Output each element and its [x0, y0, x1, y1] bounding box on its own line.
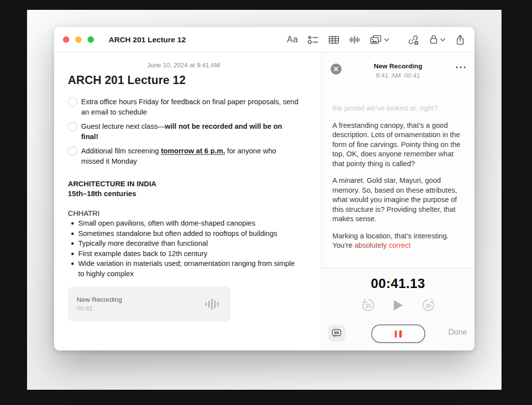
skip-forward-30-icon: 30	[421, 298, 436, 313]
pause-icon	[399, 330, 402, 338]
list-item: Small open pavilions, often with dome-sh…	[68, 218, 298, 229]
transcript-paragraph: A minaret. Gold star, Mayuri, good memor…	[332, 176, 465, 224]
share-icon	[455, 34, 466, 46]
media-button[interactable]	[369, 34, 389, 45]
recording-header: New Recording 9:41 AM 00:41	[322, 53, 474, 95]
zoom-window-button[interactable]	[88, 36, 94, 43]
checklist-item-text: Extra office hours Friday for feedback o…	[81, 97, 299, 117]
checkbox-circle[interactable]	[68, 97, 77, 107]
toolbar: Aa	[287, 34, 466, 46]
text-segment: the period we’ve looked at, right?	[332, 104, 438, 112]
skip-back-15-button[interactable]: 15	[361, 298, 376, 315]
window-title: ARCH 201 Lecture 12	[109, 35, 186, 44]
chevron-down-icon	[440, 38, 445, 42]
checklist-item-text: Guest lecture next class—will not be rec…	[81, 121, 299, 142]
share-button[interactable]	[455, 34, 466, 46]
lock-icon	[429, 34, 439, 45]
table-button[interactable]	[328, 34, 340, 45]
note-editor[interactable]: June 10, 2024 at 9:41 AM ARCH 201 Lectur…	[54, 53, 321, 350]
close-window-button[interactable]	[63, 36, 69, 43]
more-options-icon[interactable]	[455, 65, 467, 69]
recording-title: New Recording	[322, 62, 474, 70]
desktop-background: ARCH 201 Lecture 12 Aa	[27, 10, 502, 390]
text-segment: A minaret. Gold star, Mayuri, good memor…	[332, 176, 457, 223]
note-date: June 10, 2024 at 9:41 AM	[68, 61, 299, 69]
add-link-button[interactable]	[407, 34, 419, 46]
recording-timer: 00:41.13	[322, 276, 474, 291]
audio-duration: 00:41	[77, 305, 122, 312]
live-transcript[interactable]: the period we’ve looked at, right?A free…	[322, 92, 474, 268]
checklist: Extra office hours Friday for feedback o…	[68, 97, 299, 166]
pause-recording-button[interactable]	[371, 324, 425, 343]
section-headings: ARCHITECTURE IN INDIA 15th–18th centurie…	[68, 179, 299, 199]
playback-section: 00:41.13 15	[322, 268, 474, 350]
play-button[interactable]	[392, 298, 405, 314]
pause-icon	[395, 330, 397, 338]
format-icon: Aa	[287, 34, 298, 45]
section-subheading: 15th–18th centuries	[68, 189, 299, 199]
checklist-button[interactable]	[307, 34, 319, 45]
recording-panel: New Recording 9:41 AM 00:41 the period w…	[322, 53, 474, 350]
skip-forward-30-button[interactable]: 30	[421, 298, 436, 315]
note-title: ARCH 201 Lecture 12	[68, 74, 299, 87]
recording-actions: 99 Done	[322, 324, 474, 342]
chevron-down-icon	[384, 38, 389, 42]
waveform-icon	[204, 297, 222, 312]
done-button[interactable]: Done	[448, 328, 467, 337]
titlebar: ARCH 201 Lecture 12 Aa	[54, 27, 474, 53]
text-segment: Guest lecture next class—	[81, 122, 165, 130]
bullet-list: Small open pavilions, often with dome-sh…	[68, 218, 299, 279]
text-segment: Extra office hours Friday for feedback o…	[81, 98, 298, 116]
list-item: Typically more decorative than functiona…	[68, 238, 298, 249]
transport-controls: 15 30	[322, 298, 474, 315]
svg-text:15: 15	[365, 303, 371, 309]
svg-text:99: 99	[334, 330, 339, 335]
minimize-window-button[interactable]	[75, 36, 82, 43]
list-item: Wide variation in materials used; orname…	[68, 259, 298, 279]
text-segment: A freestanding canopy, that’s a good des…	[332, 121, 460, 168]
skip-back-15-icon: 15	[361, 298, 376, 313]
waveform-icon	[349, 34, 360, 45]
checklist-item-text: Additional film screening tomorrow at 6 …	[81, 146, 299, 166]
window-body: June 10, 2024 at 9:41 AM ARCH 201 Lectur…	[54, 53, 474, 350]
svg-text:30: 30	[425, 303, 431, 309]
text-segment: tomorrow at 6 p.m.	[161, 147, 225, 155]
checkbox-circle[interactable]	[68, 122, 77, 131]
format-button[interactable]: Aa	[287, 34, 298, 45]
audio-button[interactable]	[349, 34, 360, 45]
play-icon	[392, 298, 405, 312]
notes-window: ARCH 201 Lecture 12 Aa	[54, 27, 474, 350]
text-segment: correct	[389, 241, 411, 249]
transcript-toggle-button[interactable]: 99	[328, 325, 345, 342]
recording-subtitle: 9:41 AM 00:41	[322, 72, 474, 79]
section-heading: ARCHITECTURE IN INDIA	[68, 179, 299, 189]
transcript-paragraph: Marking a location, that’s interesting. …	[332, 231, 465, 251]
audio-title: New Recording	[77, 296, 122, 303]
transcript-paragraph-faded: the period we’ve looked at, right?	[332, 104, 465, 114]
checklist-item: Extra office hours Friday for feedback o…	[68, 97, 299, 117]
list-item: First example dates back to 12th century	[68, 249, 298, 259]
text-segment: absolutely	[355, 241, 387, 249]
checklist-item: Additional film screening tomorrow at 6 …	[68, 146, 299, 166]
media-icon	[369, 34, 383, 45]
topic-heading: CHHATRI	[68, 208, 299, 218]
close-icon[interactable]	[330, 63, 342, 75]
checklist-item: Guest lecture next class—will not be rec…	[68, 121, 299, 142]
audio-attachment[interactable]: New Recording 00:41	[68, 287, 231, 321]
checklist-icon	[307, 34, 319, 45]
audio-meta: New Recording 00:41	[77, 296, 122, 312]
lock-button[interactable]	[429, 34, 445, 45]
quote-bubble-icon: 99	[331, 328, 342, 338]
add-link-icon	[407, 34, 419, 46]
checkbox-circle[interactable]	[68, 146, 77, 156]
text-segment: Additional film screening	[81, 147, 161, 155]
table-icon	[328, 34, 340, 45]
transcript-paragraph: A freestanding canopy, that’s a good des…	[332, 121, 465, 169]
list-item: Sometimes standalone but often added to …	[68, 229, 298, 239]
